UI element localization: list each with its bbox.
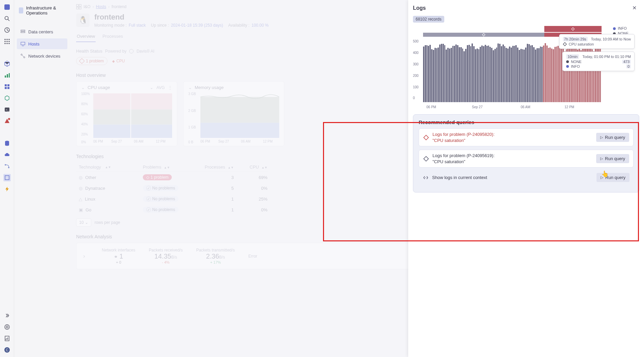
table-row[interactable]: ◎Other 1 problem 3 69%: [76, 172, 268, 183]
chart-icon[interactable]: [3, 71, 11, 79]
cube-icon[interactable]: [3, 60, 11, 67]
svg-point-24: [8, 118, 10, 120]
problem-badge: No problems: [143, 207, 179, 213]
svg-point-27: [8, 167, 9, 168]
records-badge: 68102 records: [413, 16, 444, 23]
svg-rect-45: [79, 4, 81, 6]
hex-icon[interactable]: [3, 94, 11, 102]
secondary-nav: Infrastructure & Operations Data centers…: [14, 0, 70, 357]
table-row[interactable]: △Linux No problems 1 25%: [76, 194, 268, 204]
infra-icon[interactable]: [3, 174, 11, 181]
app-title: Infrastructure & Operations: [17, 4, 67, 17]
query-text: Logs for problem (P-24095619):"CPU satur…: [432, 153, 494, 165]
table-row[interactable]: ▣Go No problems 1 0%: [76, 204, 268, 215]
col-technology[interactable]: Technology ▲▼: [79, 165, 143, 170]
breadcrumb-link[interactable]: Hosts: [96, 4, 106, 9]
nav-label: Network devices: [28, 54, 60, 59]
event-bar: [423, 26, 602, 32]
nav-item-data-centers[interactable]: Data centers: [17, 26, 67, 37]
svg-rect-44: [76, 4, 78, 6]
queries-title: Recommended queries: [419, 119, 634, 125]
help-icon[interactable]: [3, 323, 11, 331]
dashboards-icon[interactable]: [3, 26, 11, 34]
svg-rect-47: [79, 7, 81, 9]
svg-rect-46: [76, 7, 78, 9]
technologies-table: Technology ▲▼ Problems ▲▼ Processes ▲▼ C…: [76, 162, 268, 215]
chip-cpu[interactable]: CPU: [111, 57, 126, 65]
logs-title: Logs: [413, 5, 426, 11]
expand-icon[interactable]: [3, 312, 11, 319]
user-icon[interactable]: C: [3, 346, 11, 354]
query-item: Show logs in current context Run query: [419, 171, 634, 184]
svg-rect-51: [93, 124, 172, 138]
table-row[interactable]: ◎Dynatrace No problems 5 0%: [76, 183, 268, 194]
report-icon[interactable]: [3, 335, 11, 342]
logs-histogram[interactable]: 500 400 300 200 100 0 06 PM Sep 27 06 AM…: [413, 26, 602, 109]
card-title: Memory usage: [195, 85, 224, 90]
more-icon[interactable]: ⋮: [168, 85, 172, 90]
chevron-down-icon[interactable]: ⌄: [81, 85, 85, 90]
alert-icon[interactable]: [3, 117, 11, 125]
svg-point-26: [5, 164, 6, 166]
svg-rect-57: [563, 42, 567, 46]
search-icon[interactable]: [3, 15, 11, 22]
recommended-queries: Recommended queries Logs for problem (P-…: [413, 114, 639, 192]
card-title: CPU usage: [88, 85, 110, 90]
flow-icon[interactable]: [3, 162, 11, 170]
svg-rect-16: [9, 73, 10, 78]
svg-rect-52: [130, 93, 131, 138]
nav-label: Data centers: [28, 29, 53, 34]
tab-processes[interactable]: Processes: [102, 31, 124, 42]
svg-text:>_: >_: [6, 108, 9, 111]
hover-tooltip-2: 10minToday, 01:00 PM to 01:10 PM NONE473…: [562, 52, 635, 71]
hover-tooltip-1: 7h 20min 29sToday, 10:09 AM to Now CPU s…: [559, 34, 635, 49]
cpu-usage-card: ⌄ CPU usage ⌄AVG⋮ 100% 80% 60% 40% 20% 0…: [76, 81, 177, 146]
svg-point-11: [6, 43, 8, 44]
svg-rect-18: [7, 84, 9, 86]
cpu-chart: 100% 80% 60% 40% 20% 0% 06 PM: [81, 92, 172, 143]
query-item: Logs for problem (P-24095820):"CPU satur…: [419, 128, 634, 146]
nav-label: Hosts: [28, 41, 39, 47]
host-meta: Monitoring mode : Full stack Up since : …: [94, 23, 268, 28]
lightning-icon[interactable]: [3, 185, 11, 193]
diamond-red-icon: [423, 135, 429, 141]
chevron-down-icon[interactable]: ⌄: [150, 85, 153, 90]
query-text: Logs for problem (P-24095820):"CPU satur…: [432, 131, 494, 143]
chevron-down-icon[interactable]: ⌄: [188, 85, 192, 90]
terminal-icon[interactable]: >_: [3, 106, 11, 113]
col-processes[interactable]: Processes ▲▼: [197, 165, 234, 170]
svg-rect-55: [482, 33, 485, 36]
chip-problem[interactable]: 1 problem: [76, 57, 107, 65]
run-query-button[interactable]: Run query: [596, 154, 629, 163]
svg-line-2: [8, 20, 9, 21]
tab-overview[interactable]: Overview: [76, 31, 96, 42]
grid-icon[interactable]: [3, 83, 11, 90]
chevron-right-icon: ›: [83, 253, 85, 259]
nav-item-hosts[interactable]: Hosts: [17, 38, 67, 49]
svg-point-60: [425, 177, 426, 178]
svg-marker-21: [5, 96, 9, 100]
apps-icon[interactable]: [3, 38, 11, 45]
run-query-button[interactable]: Run query: [596, 133, 629, 142]
svg-rect-59: [424, 156, 428, 161]
diamond-gray-icon: [423, 156, 429, 162]
close-icon[interactable]: ✕: [630, 3, 639, 12]
rows-select[interactable]: 10 ⌄: [76, 218, 91, 227]
database-icon[interactable]: [3, 140, 11, 147]
col-cpu[interactable]: CPU ▲▼: [234, 165, 267, 170]
svg-rect-38: [21, 32, 25, 33]
svg-point-4: [4, 39, 6, 40]
svg-rect-17: [5, 84, 7, 86]
run-query-button[interactable]: Run query: [597, 173, 630, 182]
breadcrumb-item[interactable]: I&O: [84, 4, 91, 9]
nav-item-network[interactable]: Network devices: [17, 51, 67, 61]
cloud-icon[interactable]: [3, 151, 11, 158]
app-title-label: Infrastructure & Operations: [26, 5, 65, 16]
page-title: frontend: [94, 13, 268, 22]
logo-icon[interactable]: [3, 3, 11, 11]
col-problems[interactable]: Problems ▲▼: [143, 165, 197, 170]
svg-point-42: [24, 57, 25, 58]
query-text: Show logs in current context: [432, 175, 487, 181]
svg-rect-19: [5, 87, 7, 89]
host-os-icon: 🐧: [76, 13, 90, 27]
